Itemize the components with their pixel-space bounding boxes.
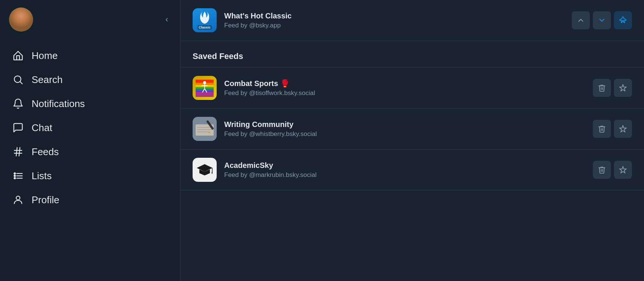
svg-rect-14	[196, 91, 214, 97]
sidebar-item-search[interactable]: Search	[9, 68, 171, 92]
svg-line-4	[16, 148, 17, 156]
sidebar-label-search: Search	[32, 74, 62, 86]
academic-sky-icon	[193, 158, 217, 182]
combat-sports-text: Combat Sports 🥊 Feed by @tisoffwork.bsky…	[224, 79, 585, 97]
sidebar-item-home[interactable]: Home	[9, 44, 171, 68]
writing-community-name: Writing Community	[224, 120, 585, 129]
chat-icon	[12, 122, 24, 134]
svg-point-20	[203, 81, 206, 84]
svg-point-35	[212, 172, 213, 174]
avatar[interactable]	[9, 8, 33, 32]
sidebar: ‹ Home Search Notifications Chat Feeds	[0, 0, 181, 281]
main-content: Classic What's Hot Classic Feed by @bsky…	[181, 0, 644, 281]
writing-community-icon	[193, 117, 217, 141]
sidebar-label-chat: Chat	[32, 122, 52, 134]
sidebar-item-lists[interactable]: Lists	[9, 164, 171, 188]
svg-point-10	[14, 177, 15, 179]
combat-sports-name: Combat Sports 🥊	[224, 79, 585, 88]
writing-community-text: Writing Community Feed by @whistberry.bs…	[224, 120, 585, 138]
whats-hot-by: Feed by @bsky.app	[224, 22, 564, 29]
sidebar-label-home: Home	[32, 50, 58, 62]
svg-point-8	[14, 175, 15, 177]
academic-delete-button[interactable]	[593, 161, 611, 179]
hash-icon	[12, 146, 24, 158]
feed-item-combat-sports: Combat Sports 🥊 Feed by @tisoffwork.bsky…	[181, 68, 644, 109]
writing-delete-button[interactable]	[593, 120, 611, 138]
bell-icon	[12, 98, 24, 110]
sidebar-label-profile: Profile	[32, 194, 59, 206]
svg-line-5	[19, 148, 20, 156]
whats-hot-actions	[572, 11, 632, 29]
sidebar-item-feeds[interactable]: Feeds	[9, 140, 171, 164]
sidebar-item-notifications[interactable]: Notifications	[9, 92, 171, 116]
writing-community-by: Feed by @whistberry.bsky.social	[224, 130, 585, 138]
search-icon	[12, 74, 24, 86]
profile-icon	[12, 194, 24, 206]
academic-sky-text: AcademicSky Feed by @markrubin.bsky.soci…	[224, 161, 585, 179]
combat-sports-icon	[193, 76, 217, 100]
sidebar-label-lists: Lists	[32, 170, 52, 182]
whats-hot-text: What's Hot Classic Feed by @bsky.app	[224, 12, 564, 29]
sidebar-header: ‹	[9, 8, 171, 32]
combat-sports-by: Feed by @tisoffwork.bsky.social	[224, 89, 585, 97]
combat-delete-button[interactable]	[593, 79, 611, 97]
pin-button[interactable]	[614, 11, 632, 29]
list-icon	[12, 170, 24, 182]
sidebar-item-profile[interactable]: Profile	[9, 188, 171, 212]
svg-line-1	[20, 82, 22, 84]
whats-hot-name: What's Hot Classic	[224, 12, 564, 20]
sidebar-item-chat[interactable]: Chat	[9, 116, 171, 140]
combat-sports-actions	[593, 79, 632, 97]
academic-pin-button[interactable]	[614, 161, 632, 179]
sidebar-label-feeds: Feeds	[32, 146, 59, 158]
feed-item-writing-community: Writing Community Feed by @whistberry.bs…	[181, 109, 644, 150]
svg-point-6	[14, 173, 15, 174]
move-up-button[interactable]	[572, 11, 590, 29]
svg-point-0	[14, 76, 21, 83]
sidebar-label-notifications: Notifications	[32, 98, 85, 110]
svg-point-12	[16, 196, 20, 200]
move-down-button[interactable]	[593, 11, 611, 29]
whats-hot-icon: Classic	[193, 8, 217, 32]
feed-item-academic-sky: AcademicSky Feed by @markrubin.bsky.soci…	[181, 150, 644, 190]
writing-community-actions	[593, 120, 632, 138]
svg-marker-32	[197, 164, 213, 172]
academic-sky-actions	[593, 161, 632, 179]
combat-pin-button[interactable]	[614, 79, 632, 97]
saved-feeds-header: Saved Feeds	[181, 41, 644, 68]
home-icon	[12, 50, 24, 62]
academic-sky-name: AcademicSky	[224, 161, 585, 170]
writing-pin-button[interactable]	[614, 120, 632, 138]
collapse-button[interactable]: ‹	[163, 12, 171, 27]
academic-sky-by: Feed by @markrubin.bsky.social	[224, 171, 585, 179]
pinned-feed-item: Classic What's Hot Classic Feed by @bsky…	[181, 0, 644, 41]
